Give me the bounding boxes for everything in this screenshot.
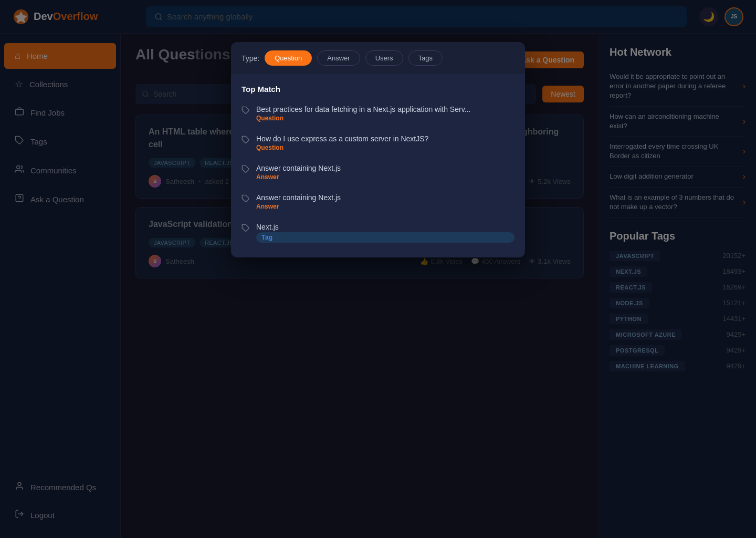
type-filter-label: Type:: [242, 54, 259, 63]
result-type-3: Answer: [256, 203, 514, 210]
result-tag-icon-3: [242, 194, 250, 205]
search-result-1[interactable]: How do I use express as a custom server …: [231, 128, 525, 158]
result-title-1: How do I use express as a custom server …: [256, 134, 514, 143]
type-btn-answer[interactable]: Answer: [317, 50, 360, 66]
search-result-3[interactable]: Answer containing Next.js Answer: [231, 187, 525, 216]
result-type-2: Answer: [256, 173, 514, 181]
result-title-4: Next.js: [256, 223, 514, 231]
result-type-4: Tag: [256, 232, 514, 243]
search-result-2[interactable]: Answer containing Next.js Answer: [231, 158, 525, 187]
result-tag-icon-4: [242, 224, 250, 234]
main-layout: ⌂ Home ☆ Collections Find Jobs Tags: [0, 34, 756, 538]
type-btn-question[interactable]: Question: [265, 50, 312, 66]
result-tag-icon-1: [242, 136, 250, 146]
type-btn-users[interactable]: Users: [365, 50, 403, 66]
result-content-0: Best practices for data fetching in a Ne…: [256, 105, 514, 122]
search-dropdown: Type: Question Answer Users Tags Top Mat…: [231, 42, 525, 257]
search-result-4[interactable]: Next.js Tag: [231, 216, 525, 249]
result-tag-icon-0: [242, 106, 250, 117]
type-btn-tags[interactable]: Tags: [408, 50, 443, 66]
result-title-2: Answer containing Next.js: [256, 164, 514, 172]
result-title-3: Answer containing Next.js: [256, 193, 514, 202]
result-type-1: Question: [256, 144, 514, 151]
result-content-3: Answer containing Next.js Answer: [256, 193, 514, 210]
search-results: Top Match Best practices for data fetchi…: [231, 74, 525, 257]
type-filter: Type: Question Answer Users Tags: [242, 50, 514, 66]
results-section-title: Top Match: [231, 82, 525, 99]
result-title-0: Best practices for data fetching in a Ne…: [256, 105, 514, 113]
result-tag-icon-2: [242, 165, 250, 175]
result-type-0: Question: [256, 115, 514, 122]
result-content-4: Next.js Tag: [256, 223, 514, 243]
result-content-2: Answer containing Next.js Answer: [256, 164, 514, 181]
main-content: All Questions Ask a Question Search Newe…: [121, 34, 598, 538]
search-dropdown-header: Type: Question Answer Users Tags: [231, 42, 525, 74]
search-result-0[interactable]: Best practices for data fetching in a Ne…: [231, 99, 525, 128]
result-content-1: How do I use express as a custom server …: [256, 134, 514, 151]
